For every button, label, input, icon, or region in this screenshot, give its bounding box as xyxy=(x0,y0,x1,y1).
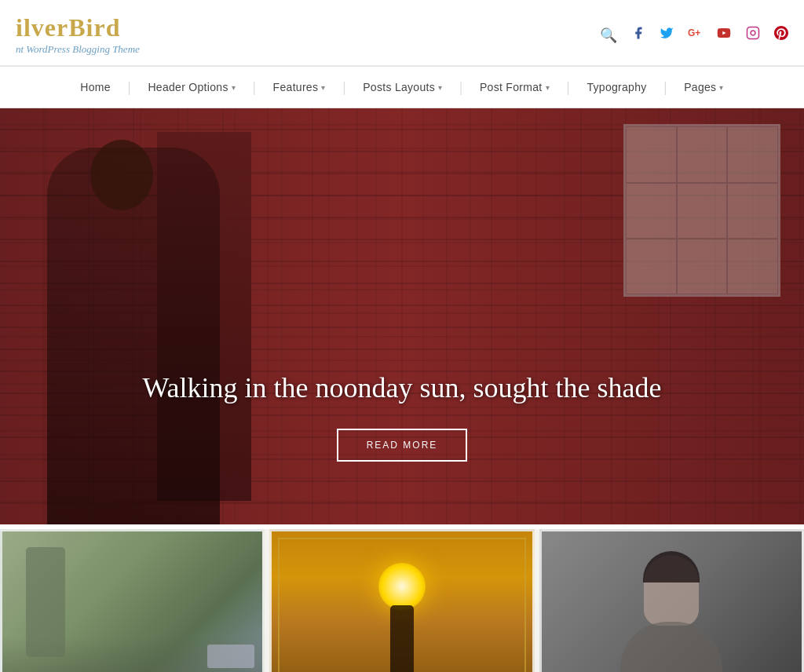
svg-text:G+: G+ xyxy=(688,27,700,38)
nav-item-posts-layouts[interactable]: Posts Layouts ▾ xyxy=(345,67,459,108)
thumb-frame-2 xyxy=(278,538,525,672)
nav-list: Home | Header Options ▾ | Features ▾ | P… xyxy=(63,67,740,108)
window-pane xyxy=(677,126,728,182)
nav-link-features[interactable]: Features ▾ xyxy=(256,67,343,108)
site-header: ilverBird nt WordPress Blogging Theme 🔍 … xyxy=(0,0,804,66)
window-pane xyxy=(626,183,677,239)
thumbnail-card-1[interactable] xyxy=(0,529,265,672)
thumb-figure-1 xyxy=(26,547,65,657)
nav-item-home[interactable]: Home xyxy=(63,67,128,108)
twitter-icon[interactable] xyxy=(660,26,674,44)
nav-link-pages[interactable]: Pages ▾ xyxy=(667,67,741,108)
window-grid xyxy=(626,126,778,294)
window-pane xyxy=(677,183,728,239)
figure-head xyxy=(90,140,153,210)
thumbnail-card-2[interactable] xyxy=(269,529,534,672)
window-pane xyxy=(727,183,778,239)
main-navigation: Home | Header Options ▾ | Features ▾ | P… xyxy=(0,66,804,108)
dropdown-arrow-icon: ▾ xyxy=(438,83,442,92)
nav-link-typography[interactable]: Typography xyxy=(569,67,663,108)
window-pane xyxy=(727,126,778,182)
thumb-hair xyxy=(643,551,700,583)
nav-item-features[interactable]: Features ▾ xyxy=(256,67,343,108)
window-pane xyxy=(626,126,677,182)
window-pane xyxy=(626,239,677,294)
hero-title: Walking in the noonday sun, sought the s… xyxy=(0,370,804,407)
hero-read-more-button[interactable]: READ MORE xyxy=(337,429,468,462)
thumbnails-strip xyxy=(0,524,804,672)
thumb-shoulders xyxy=(620,622,722,672)
facebook-icon[interactable] xyxy=(631,26,645,44)
nav-link-header-options[interactable]: Header Options ▾ xyxy=(130,67,253,108)
dropdown-arrow-icon: ▾ xyxy=(321,83,325,92)
social-icons-bar: 🔍 G+ xyxy=(600,26,788,44)
search-icon[interactable]: 🔍 xyxy=(600,27,617,44)
instagram-icon[interactable] xyxy=(746,26,760,44)
google-plus-icon[interactable]: G+ xyxy=(688,26,702,44)
nav-item-post-format[interactable]: Post Format ▾ xyxy=(462,67,567,108)
logo-area: ilverBird nt WordPress Blogging Theme xyxy=(16,14,140,56)
svg-rect-2 xyxy=(747,27,759,39)
window-pane xyxy=(727,239,778,294)
thumbnail-card-3[interactable] xyxy=(539,529,804,672)
pinterest-icon[interactable] xyxy=(774,26,788,44)
nav-link-posts-layouts[interactable]: Posts Layouts ▾ xyxy=(345,67,459,108)
nav-item-header-options[interactable]: Header Options ▾ xyxy=(130,67,253,108)
youtube-icon[interactable] xyxy=(716,26,732,44)
nav-item-typography[interactable]: Typography xyxy=(569,67,663,108)
thumb-car xyxy=(207,645,254,668)
nav-item-pages[interactable]: Pages ▾ xyxy=(667,67,741,108)
site-tagline: nt WordPress Blogging Theme xyxy=(16,43,140,56)
window-pane xyxy=(677,239,728,294)
dropdown-arrow-icon: ▾ xyxy=(546,83,550,92)
site-logo[interactable]: ilverBird xyxy=(16,14,140,42)
nav-link-post-format[interactable]: Post Format ▾ xyxy=(462,67,567,108)
hero-content: Walking in the noonday sun, sought the s… xyxy=(0,370,804,524)
dropdown-arrow-icon: ▾ xyxy=(719,83,723,92)
hero-section: Walking in the noonday sun, sought the s… xyxy=(0,108,804,524)
nav-link-home[interactable]: Home xyxy=(63,67,128,108)
hero-window-element xyxy=(623,124,780,297)
dropdown-arrow-icon: ▾ xyxy=(232,83,236,92)
